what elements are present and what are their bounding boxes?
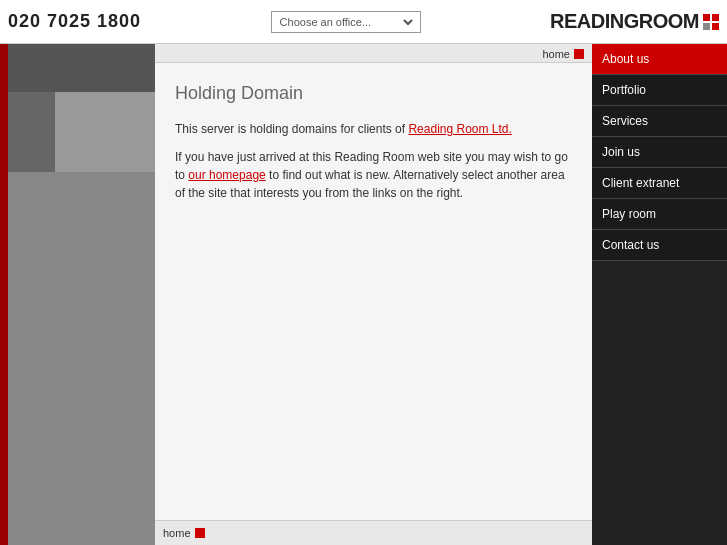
logo-square-3 xyxy=(703,23,710,30)
nav-item-services[interactable]: Services xyxy=(592,106,727,137)
left-mid-left xyxy=(0,92,55,172)
logo-room: ROOM xyxy=(639,10,699,33)
breadcrumb-bottom: home xyxy=(155,520,592,545)
main-content: home Holding Domain This server is holdi… xyxy=(155,44,592,545)
logo-icon xyxy=(703,14,719,30)
left-mid-right xyxy=(55,92,155,172)
homepage-link[interactable]: our homepage xyxy=(188,168,265,182)
logo-square-2 xyxy=(712,14,719,21)
red-accent-bar xyxy=(0,44,8,545)
home-arrow-top xyxy=(574,49,584,59)
logo: READINGROOM xyxy=(550,10,719,33)
nav-item-extranet[interactable]: Client extranet xyxy=(592,168,727,199)
layout: home Holding Domain This server is holdi… xyxy=(0,44,727,545)
reading-room-link[interactable]: Reading Room Ltd. xyxy=(408,122,511,136)
home-link-top[interactable]: home xyxy=(542,48,570,60)
home-arrow-bottom xyxy=(195,528,205,538)
breadcrumb-top: home xyxy=(155,44,592,63)
content-area: Holding Domain This server is holding do… xyxy=(155,63,592,520)
nav-item-about[interactable]: About us xyxy=(592,44,727,75)
page-title: Holding Domain xyxy=(175,83,568,104)
right-nav: About us Portfolio Services Join us Clie… xyxy=(592,44,727,545)
nav-item-playroom[interactable]: Play room xyxy=(592,199,727,230)
header: 020 7025 1800 Choose an office... READIN… xyxy=(0,0,727,44)
para1: This server is holding domains for clien… xyxy=(175,120,568,138)
office-dropdown[interactable]: Choose an office... xyxy=(276,15,416,29)
left-sidebar xyxy=(0,44,155,545)
home-link-bottom[interactable]: home xyxy=(163,527,191,539)
nav-item-join[interactable]: Join us xyxy=(592,137,727,168)
left-top-bar xyxy=(0,44,155,92)
para2: If you have just arrived at this Reading… xyxy=(175,148,568,202)
logo-reading: READING xyxy=(550,10,639,33)
nav-item-portfolio[interactable]: Portfolio xyxy=(592,75,727,106)
office-selector[interactable]: Choose an office... xyxy=(271,11,421,33)
left-mid xyxy=(0,92,155,172)
logo-square-1 xyxy=(703,14,710,21)
logo-square-4 xyxy=(712,23,719,30)
content-text: This server is holding domains for clien… xyxy=(175,120,568,202)
nav-item-contact[interactable]: Contact us xyxy=(592,230,727,261)
phone-number: 020 7025 1800 xyxy=(8,11,141,32)
